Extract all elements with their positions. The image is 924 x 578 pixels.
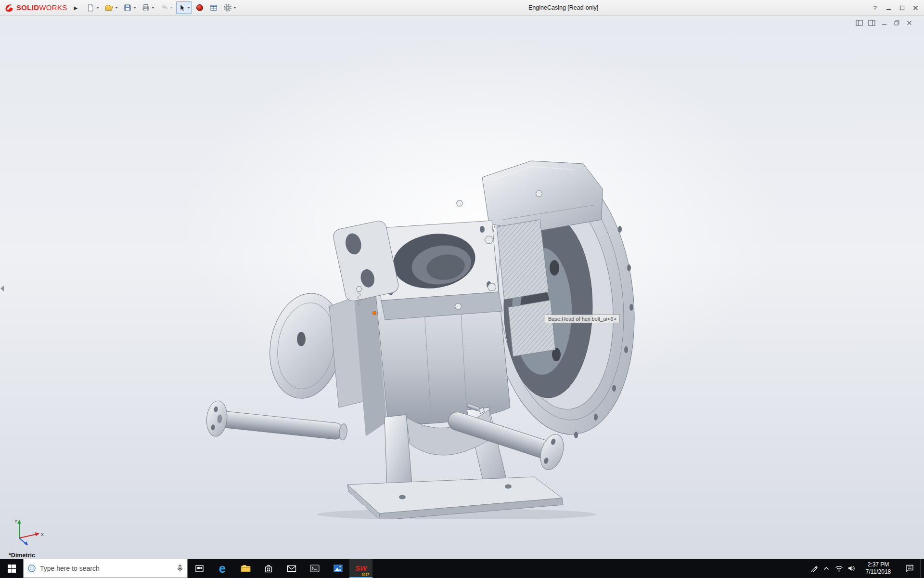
ds-logo-icon xyxy=(4,2,14,13)
save-button[interactable] xyxy=(121,1,138,14)
windows-ink-button[interactable] xyxy=(808,559,820,578)
selection-point xyxy=(373,312,376,315)
menu-expand-arrow[interactable]: ▶ xyxy=(70,5,82,11)
start-button[interactable] xyxy=(0,559,23,578)
open-button[interactable] xyxy=(103,1,120,14)
appearance-sphere-icon xyxy=(195,3,204,12)
volume-button[interactable] xyxy=(845,559,858,578)
panel-collapse-arrow[interactable] xyxy=(0,286,4,291)
chevron-down-icon[interactable] xyxy=(233,7,236,9)
wifi-icon xyxy=(835,565,843,572)
minimize-icon xyxy=(886,5,891,11)
cortana-circle-icon xyxy=(27,564,36,573)
show-desktop-button[interactable] xyxy=(920,559,924,578)
photos-button[interactable] xyxy=(326,559,349,578)
photos-icon xyxy=(334,565,343,572)
file-explorer-icon xyxy=(241,565,251,573)
minimize-button[interactable] xyxy=(882,2,895,14)
chevron-down-icon[interactable] xyxy=(187,7,190,9)
options-button[interactable] xyxy=(221,1,238,14)
windows-logo-icon xyxy=(8,565,16,573)
chevron-down-icon[interactable] xyxy=(115,7,118,9)
view-orientation-label: *Dimetric xyxy=(9,552,35,559)
appearance-sphere-button[interactable] xyxy=(193,1,206,14)
triad-x-label: X xyxy=(41,532,44,537)
console-button[interactable] xyxy=(303,559,326,578)
solidworks-logo: SOLIDWORKS xyxy=(0,2,70,13)
pane-icon xyxy=(856,20,863,26)
clock-date: 7/11/2018 xyxy=(866,568,891,576)
taskbar-search[interactable] xyxy=(23,559,188,578)
undo-button[interactable] xyxy=(158,1,175,14)
minimize-icon xyxy=(881,20,887,26)
mail-button[interactable] xyxy=(280,559,303,578)
file-properties-button[interactable] xyxy=(207,1,220,14)
undo-icon xyxy=(160,3,168,12)
document-window-controls xyxy=(855,19,913,26)
hover-tooltip: Base:Head of hex bolt_ai<6> xyxy=(545,315,620,323)
doc-close-button[interactable] xyxy=(905,19,913,26)
taskbar-clock[interactable]: 2:37 PM 7/11/2018 xyxy=(858,559,899,578)
restore-icon xyxy=(894,20,900,26)
chevron-down-icon[interactable] xyxy=(152,7,154,9)
chevron-down-icon[interactable] xyxy=(133,7,136,9)
system-tray: 2:37 PM 7/11/2018 xyxy=(808,559,924,578)
store-bag-icon xyxy=(264,564,273,573)
action-center-button[interactable] xyxy=(899,559,920,578)
solidworks-window: SOLIDWORKS ▶ xyxy=(0,0,924,578)
solidworks-app-button[interactable]: SW 2017 xyxy=(349,559,372,578)
select-cursor-icon xyxy=(178,3,186,12)
triad-y-label: Y xyxy=(14,519,17,524)
chevron-down-icon[interactable] xyxy=(170,7,173,9)
engine-casing-model[interactable] xyxy=(194,147,636,519)
file-properties-icon xyxy=(209,3,218,12)
maximize-icon xyxy=(899,5,905,11)
solidworks-version-badge: 2017 xyxy=(361,573,369,576)
gear-icon xyxy=(223,3,232,12)
solidworks-app-icon: SW xyxy=(355,565,367,571)
close-icon xyxy=(906,20,912,26)
open-folder-icon xyxy=(104,3,114,12)
select-tool-button[interactable] xyxy=(176,1,192,14)
window-controls: ? xyxy=(868,0,922,16)
print-icon xyxy=(141,3,150,12)
triad-z-axis xyxy=(24,541,28,545)
doc-restore-button[interactable] xyxy=(892,19,901,26)
chevron-down-icon[interactable] xyxy=(96,7,99,9)
logo-text-solid: SOLID xyxy=(16,3,39,12)
standard-toolbar xyxy=(84,1,238,14)
edge-button[interactable]: e xyxy=(211,559,234,578)
microphone-icon[interactable] xyxy=(177,564,183,573)
orientation-triad[interactable]: Y X xyxy=(11,516,47,547)
console-icon xyxy=(310,565,320,572)
titlebar: SOLIDWORKS ▶ xyxy=(0,0,924,16)
edge-icon: e xyxy=(219,562,226,576)
task-view-button[interactable] xyxy=(188,559,211,578)
solidworks-logo-text: SOLIDWORKS xyxy=(16,3,67,12)
action-center-icon xyxy=(906,565,914,572)
graphics-viewport[interactable]: Base:Head of hex bolt_ai<6> Y X *Dimetri… xyxy=(0,16,924,559)
maximize-button[interactable] xyxy=(895,2,909,14)
pen-icon xyxy=(810,565,818,572)
speaker-icon xyxy=(847,565,855,572)
new-document-button[interactable] xyxy=(84,1,101,14)
pane-right-button[interactable] xyxy=(867,19,876,26)
print-button[interactable] xyxy=(140,1,156,14)
hidden-icons-button[interactable] xyxy=(820,559,833,578)
store-button[interactable] xyxy=(257,559,280,578)
mail-icon xyxy=(287,565,296,572)
doc-minimize-button[interactable] xyxy=(880,19,888,26)
close-button[interactable] xyxy=(909,2,922,14)
help-button[interactable]: ? xyxy=(868,2,882,14)
network-button[interactable] xyxy=(833,559,845,578)
save-icon xyxy=(123,3,132,12)
file-explorer-button[interactable] xyxy=(234,559,257,578)
window-title: EngineCasing [Read-only] xyxy=(528,4,598,11)
clock-time: 2:37 PM xyxy=(868,561,889,568)
new-document-icon xyxy=(86,3,95,12)
pane-left-button[interactable] xyxy=(855,19,863,26)
search-input[interactable] xyxy=(40,565,173,572)
close-icon xyxy=(913,5,918,11)
pane-icon xyxy=(868,20,875,26)
chevron-up-icon xyxy=(823,566,829,570)
